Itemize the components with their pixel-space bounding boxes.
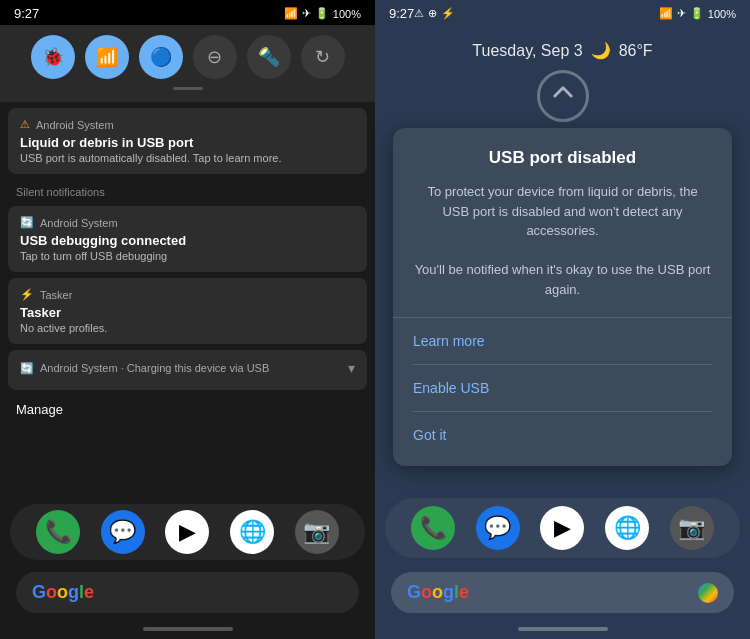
charging-header: 🔄 Android System · Charging this device …: [20, 360, 355, 376]
right-spacer: [375, 466, 750, 498]
chevron-down-icon: ▾: [348, 360, 355, 376]
manage-label[interactable]: Manage: [16, 402, 63, 417]
usb-debug-body: Tap to turn off USB debugging: [20, 250, 355, 262]
tasker-header: ⚡ Tasker: [20, 288, 355, 301]
assistant-icon[interactable]: [698, 583, 718, 603]
tasker-icon: ⚡: [20, 288, 34, 301]
usb-debug-source: Android System: [40, 217, 118, 229]
right-google-logo: Google: [407, 582, 469, 603]
airplane-icon: ✈: [302, 7, 311, 20]
dialog-body: To protect your device from liquid or de…: [413, 182, 712, 299]
left-home-indicator: [143, 627, 233, 631]
tasker-title: Tasker: [20, 305, 355, 320]
right-messages-app-icon[interactable]: 💬: [476, 506, 520, 550]
usb-debug-title: USB debugging connected: [20, 233, 355, 248]
phone-app-icon[interactable]: 📞: [36, 510, 80, 554]
usb-notif-body: USB port is automatically disabled. Tap …: [20, 152, 355, 164]
usb-notif-header: ⚠ Android System: [20, 118, 355, 131]
battery-pct: 100%: [333, 8, 361, 20]
warning-icon: ⚠: [20, 118, 30, 131]
tasker-body: No active profiles.: [20, 322, 355, 334]
play-app-icon[interactable]: ▶: [165, 510, 209, 554]
right-time: 9:27: [389, 6, 414, 21]
right-bottom-app-row: 📞 💬 ▶ 🌐 📷: [385, 498, 740, 558]
tasker-notification[interactable]: ⚡ Tasker Tasker No active profiles.: [8, 278, 367, 344]
dialog-title: USB port disabled: [413, 148, 712, 168]
right-battery-pct: 100%: [708, 8, 736, 20]
left-panel: 9:27 📶 ✈ 🔋 100% 🐞 📶 🔵 ⊖ 🔦 ↻ ⚠ Android Sy…: [0, 0, 375, 639]
charging-notification[interactable]: 🔄 Android System · Charging this device …: [8, 350, 367, 390]
tile-dnd[interactable]: ⊖: [193, 35, 237, 79]
tile-bug[interactable]: 🐞: [31, 35, 75, 79]
right-status-left-icons: ⚠ ⊕ ⚡: [414, 7, 455, 20]
usb-debug-notification[interactable]: 🔄 Android System USB debugging connected…: [8, 206, 367, 272]
battery-icon: 🔋: [315, 7, 329, 20]
tile-bluetooth[interactable]: 🔵: [139, 35, 183, 79]
moon-icon: 🌙: [591, 41, 611, 60]
right-chrome-app-icon[interactable]: 🌐: [605, 506, 649, 550]
got-it-button[interactable]: Got it: [413, 412, 712, 458]
right-wifi-icon: 📶: [659, 7, 673, 20]
charging-icon: 🔄: [20, 362, 34, 375]
right-home-indicator: [518, 627, 608, 631]
right-airplane-icon: ✈: [677, 7, 686, 20]
target-icon: ⊕: [428, 7, 437, 20]
right-status-bar: 9:27 ⚠ ⊕ ⚡ 📶 ✈ 🔋 100%: [375, 0, 750, 25]
notification-section: ⚠ Android System Liquid or debris in USB…: [0, 102, 375, 504]
right-status-right-icons: 📶 ✈ 🔋 100%: [659, 7, 736, 20]
chrome-app-icon[interactable]: 🌐: [230, 510, 274, 554]
left-status-bar: 9:27 📶 ✈ 🔋 100%: [0, 0, 375, 25]
dialog-body-text1: To protect your device from liquid or de…: [427, 184, 697, 238]
flash-icon: ⚡: [441, 7, 455, 20]
tile-wifi[interactable]: 📶: [85, 35, 129, 79]
dialog-body-text2: You'll be notified when it's okay to use…: [415, 262, 711, 297]
right-battery-icon: 🔋: [690, 7, 704, 20]
google-logo: Google: [32, 582, 94, 603]
quick-tiles-row: 🐞 📶 🔵 ⊖ 🔦 ↻: [14, 35, 361, 79]
usb-notif-title: Liquid or debris in USB port: [20, 135, 355, 150]
usb-debug-header: 🔄 Android System: [20, 216, 355, 229]
date-line: Tuesday, Sep 3 🌙 86°F: [375, 41, 750, 60]
enable-usb-button[interactable]: Enable USB: [413, 365, 712, 412]
silent-label: Silent notifications: [0, 180, 375, 200]
usb-debug-icon: 🔄: [20, 216, 34, 229]
date-weather: Tuesday, Sep 3 🌙 86°F: [375, 25, 750, 70]
manage-row: Manage: [0, 396, 375, 424]
usb-warning-notification[interactable]: ⚠ Android System Liquid or debris in USB…: [8, 108, 367, 174]
right-phone-app-icon[interactable]: 📞: [411, 506, 455, 550]
right-search-bar[interactable]: Google: [391, 572, 734, 613]
left-search-bar[interactable]: Google: [16, 572, 359, 613]
tile-page-indicator: [173, 87, 203, 90]
date-text: Tuesday, Sep 3: [472, 42, 582, 60]
caret-area: [375, 70, 750, 122]
bottom-app-row: 📞 💬 ▶ 🌐 📷: [10, 504, 365, 560]
left-time: 9:27: [14, 6, 39, 21]
temperature: 86°F: [619, 42, 653, 60]
charging-source: Android System · Charging this device vi…: [40, 362, 269, 374]
camera-app-icon[interactable]: 📷: [295, 510, 339, 554]
messages-app-icon[interactable]: 💬: [101, 510, 145, 554]
right-camera-app-icon[interactable]: 📷: [670, 506, 714, 550]
alert-icon: ⚠: [414, 7, 424, 20]
tasker-source: Tasker: [40, 289, 72, 301]
wifi-icon: 📶: [284, 7, 298, 20]
quick-settings: 🐞 📶 🔵 ⊖ 🔦 ↻: [0, 25, 375, 102]
right-panel: 9:27 ⚠ ⊕ ⚡ 📶 ✈ 🔋 100% Tuesday, Sep 3 🌙 8…: [375, 0, 750, 639]
navigation-caret-icon: [537, 70, 589, 122]
tile-rotation[interactable]: ↻: [301, 35, 345, 79]
usb-dialog-card: USB port disabled To protect your device…: [393, 128, 732, 466]
right-play-app-icon[interactable]: ▶: [540, 506, 584, 550]
usb-notif-source: Android System: [36, 119, 114, 131]
left-status-icons: 📶 ✈ 🔋 100%: [284, 7, 361, 20]
learn-more-button[interactable]: Learn more: [413, 318, 712, 365]
tile-flashlight[interactable]: 🔦: [247, 35, 291, 79]
